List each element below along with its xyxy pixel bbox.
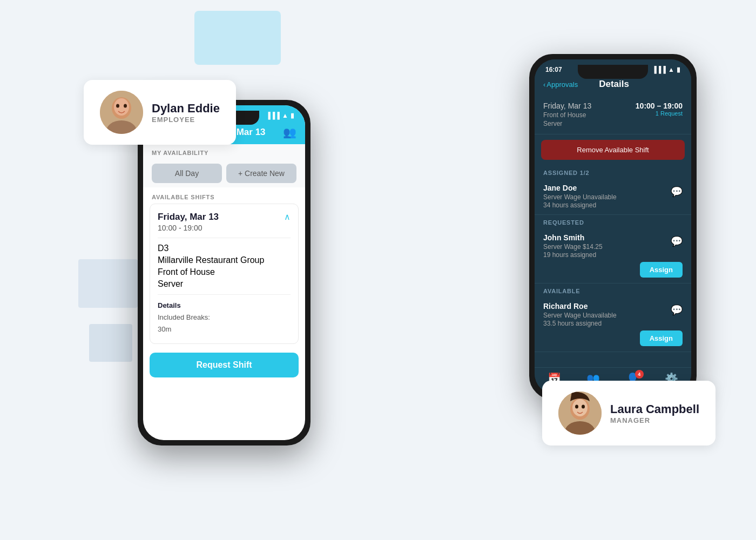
details-title: Details [578,79,650,90]
assigned-staff-jane: Jane Doe Server Wage Unavailable 34 hour… [535,178,691,215]
wifi-icon-right: ▲ [668,66,674,73]
richard-name: Richard Roe [543,302,617,310]
availability-buttons: All Day + Create New [143,159,305,187]
approvals-back[interactable]: ‹ Approvals [543,80,578,89]
svg-point-10 [575,405,578,409]
shift-code: D3 [158,244,291,253]
breaks-label: Included Breaks: [158,313,210,321]
shift-date: Friday, Mar 13 [158,212,219,222]
wifi-icon: ▲ [282,112,288,119]
shift-role-value: Server [158,279,183,288]
status-icons-left: ▐▐▐ ▲ ▮ [266,112,294,119]
right-shift-date: Friday, Mar 13 [543,102,591,110]
available-header: AVAILABLE [535,284,691,296]
jane-hours: 34 hours assigned [543,201,617,209]
shift-card: Friday, Mar 13 10:00 - 19:00 ∧ D3 Millar… [150,204,299,344]
chat-icon-jane[interactable]: 💬 [671,186,683,198]
shift-department: Front of House [158,267,291,277]
richard-hours: 33.5 hours assigned [543,320,617,327]
employee-name: Dylan Eddie [152,102,220,116]
chevron-up-icon: ∧ [284,212,291,222]
shift-time: 10:00 - 19:00 [158,224,219,232]
shift-details-label: Details [158,300,291,310]
right-shift-department: Front of House [543,111,591,119]
shift-department-value: Front of House [158,267,215,276]
manager-name: Laura Campbell [610,402,699,416]
shift-company: Millarville Restaurant Group [158,255,291,265]
remove-shift-button[interactable]: Remove Available Shift [541,140,685,160]
shift-breaks: Included Breaks: [158,312,291,322]
battery-icon-right: ▮ [677,66,680,73]
request-badge: 1 Request [636,110,683,117]
right-shift-time: 10:00 – 19:00 [636,102,683,110]
richard-wage: Server Wage Unavailable [543,312,617,319]
request-shift-button[interactable]: Request Shift [150,353,299,377]
jane-name: Jane Doe [543,184,617,192]
chat-icon-john[interactable]: 💬 [671,235,683,247]
assigned-header: ASSIGNED 1/2 [535,165,691,178]
requested-header: REQUESTED [535,215,691,228]
manager-phone: 16:07 ▐▐▐ ▲ ▮ ‹ Approvals Details Friday… [529,54,697,400]
shift-role: Server [158,279,291,289]
svg-point-5 [124,104,127,108]
shift-code-value: D3 [158,244,168,253]
details-label: Details [158,301,181,309]
signal-icon-right: ▐▐▐ [652,66,666,73]
employee-info: Dylan Eddie EMPLOYEE [152,102,220,124]
svg-point-4 [116,104,119,108]
employee-card: Dylan Eddie EMPLOYEE [84,80,236,145]
my-availability-header: MY AVAILABILITY [143,144,305,159]
employee-phone: 11:36 ▐▐▐ ▲ ▮ ‹ Schedule Friday, Mar 13 … [138,100,310,446]
phone-notch-right [578,65,648,79]
available-staff-richard: Richard Roe Server Wage Unavailable 33.5… [535,296,691,352]
john-hours: 19 hours assigned [543,251,603,259]
svg-point-11 [582,405,585,409]
time-right: 16:07 [545,66,562,73]
all-day-button[interactable]: All Day [152,164,222,183]
bg-decoration-left2 [89,324,132,362]
requested-staff-john: John Smith Server Wage $14.25 19 hours a… [535,228,691,284]
manager-info: Laura Campbell MANAGER [610,402,699,424]
chat-icon-richard[interactable]: 💬 [671,304,683,316]
john-wage: Server Wage $14.25 [543,243,603,251]
approvals-badge: 4 [635,370,644,379]
available-shifts-header: AVAILABLE SHIFTS [143,187,305,204]
employee-avatar [100,91,143,134]
battery-icon: ▮ [291,112,294,119]
breaks-value: 30m [158,325,171,333]
john-name: John Smith [543,233,603,242]
assign-richard-button[interactable]: Assign [640,330,683,346]
create-new-button[interactable]: + Create New [226,164,296,183]
status-icons-right: ▐▐▐ ▲ ▮ [652,66,680,73]
right-shift-role: Server [543,120,591,127]
shift-breaks-value: 30m [158,324,291,334]
approvals-back-label: Approvals [546,80,578,89]
employee-role: EMPLOYEE [152,116,220,124]
manager-role: MANAGER [610,416,699,424]
manager-avatar [558,392,602,435]
jane-wage: Server Wage Unavailable [543,193,617,201]
bg-decoration-left [78,259,138,308]
group-icon[interactable]: 👥 [283,126,296,139]
assign-john-button[interactable]: Assign [640,262,683,278]
back-chevron-icon-right: ‹ [543,80,545,89]
manager-card: Laura Campbell MANAGER [542,381,716,446]
signal-icon: ▐▐▐ [266,112,280,119]
bg-decoration-top [194,11,281,65]
shift-info-bar: Friday, Mar 13 Front of House Server 10:… [535,95,691,134]
shift-company-value: Millarville Restaurant Group [158,255,264,265]
